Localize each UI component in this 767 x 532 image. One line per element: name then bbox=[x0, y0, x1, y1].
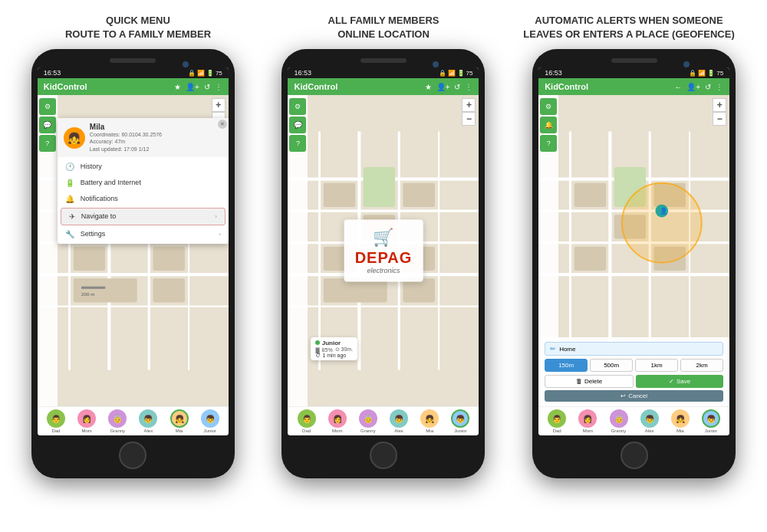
geo-save-btn[interactable]: ✓ Save bbox=[636, 375, 723, 388]
refresh-icon-3[interactable]: ↺ bbox=[705, 83, 711, 91]
phone-1-home-btn[interactable] bbox=[119, 442, 146, 469]
svg-rect-30 bbox=[364, 167, 396, 207]
undo-icon: ↩ bbox=[621, 392, 626, 399]
geo-cancel-btn[interactable]: ↩ Cancel bbox=[545, 390, 723, 402]
caption-1: QUICK MENU ROUTE TO A FAMILY MEMBER bbox=[23, 14, 253, 41]
close-popup-btn[interactable]: ✕ bbox=[218, 120, 227, 129]
avatar-mia[interactable]: 👧 Mia bbox=[170, 409, 189, 433]
avatar-dad-3[interactable]: 👨 Dad bbox=[548, 409, 566, 433]
avatar-mia-3[interactable]: 👧 Mia bbox=[671, 409, 690, 433]
chat-sidebar-icon-2[interactable]: 💬 bbox=[289, 117, 306, 133]
zoom-out-btn-2[interactable]: − bbox=[462, 112, 476, 126]
check-icon: ✓ bbox=[669, 378, 674, 385]
svg-rect-36 bbox=[324, 279, 387, 303]
settings-sidebar-icon-3[interactable]: ⚙ bbox=[540, 98, 557, 115]
back-icon-3[interactable]: ← bbox=[674, 83, 682, 91]
phone-2-speaker bbox=[360, 58, 407, 63]
menu-notifications[interactable]: 🔔 Notifications bbox=[58, 191, 229, 207]
geo-delete-btn[interactable]: 🗑 Delete bbox=[545, 375, 634, 388]
bell-sidebar-icon-3[interactable]: 🔔 bbox=[540, 117, 557, 133]
zoom-out-btn-3[interactable]: − bbox=[713, 112, 726, 126]
app-bar-icons-2: ★ 👤+ ↺ ⋮ bbox=[425, 83, 473, 91]
settings-sidebar-icon-2[interactable]: ⚙ bbox=[289, 98, 306, 115]
menu-history[interactable]: 🕐 History bbox=[58, 159, 229, 175]
avatar-mom-3[interactable]: 👩 Mom bbox=[578, 409, 597, 433]
phone-2-camera bbox=[433, 61, 439, 67]
dist-500m-btn[interactable]: 500m bbox=[590, 359, 633, 372]
dist-1km-btn[interactable]: 1km bbox=[635, 359, 678, 372]
wrench-icon: 🔧 bbox=[65, 230, 74, 238]
avatar-junior[interactable]: 👦 Junior bbox=[201, 409, 219, 433]
settings-arrow: › bbox=[219, 231, 221, 238]
user-header-1: 👧 Mila Coordinates: 60.0104.30.2576 Accu… bbox=[58, 118, 229, 156]
avatar-dad-2[interactable]: 👨 Dad bbox=[298, 409, 316, 433]
avatar-junior-2[interactable]: 👦 Junior bbox=[451, 409, 469, 433]
chat-sidebar-icon[interactable]: 💬 bbox=[39, 117, 56, 133]
map-area-3: 👤 ⚙ 🔔 ? + − ✏ Home bbox=[538, 95, 729, 406]
svg-rect-31 bbox=[324, 183, 356, 207]
menu-navigate[interactable]: ✈ Navigate to › bbox=[61, 208, 225, 225]
more-icon-2[interactable]: ⋮ bbox=[465, 83, 472, 91]
map-area-1: 200 m ⚙ 💬 ? + − 👧 bbox=[38, 95, 229, 406]
avatar-alex[interactable]: 👦 Alex bbox=[139, 409, 157, 433]
dist-150m-btn[interactable]: 150m bbox=[545, 359, 588, 372]
avatar-alex-3[interactable]: 👦 Alex bbox=[640, 409, 659, 433]
svg-text:👤: 👤 bbox=[660, 208, 668, 216]
app-bar-icons-1: ★ 👤+ ↺ ⋮ bbox=[174, 83, 222, 91]
app-bar-1: KidControl ★ 👤+ ↺ ⋮ bbox=[38, 78, 229, 95]
phone-3-camera bbox=[683, 61, 690, 67]
phone-camera bbox=[183, 61, 189, 67]
caption-3: AUTOMATIC ALERTS WHEN SOMEONE LEAVES OR … bbox=[514, 14, 744, 41]
more-icon-3[interactable]: ⋮ bbox=[716, 83, 723, 91]
more-icon[interactable]: ⋮ bbox=[215, 83, 222, 91]
avatar-granny-2[interactable]: 👵 Granny bbox=[359, 409, 377, 433]
avatar-granny-3[interactable]: 👵 Granny bbox=[610, 409, 628, 433]
question-sidebar-icon-3[interactable]: ? bbox=[540, 135, 557, 152]
status-icons-3: 🔒 📶 🔋 75 bbox=[689, 70, 723, 77]
refresh-icon-2[interactable]: ↺ bbox=[454, 83, 460, 91]
star-icon-2[interactable]: ★ bbox=[425, 83, 432, 91]
map-sidebar-2: ⚙ 💬 ? bbox=[288, 95, 308, 406]
phone-2-home-btn[interactable] bbox=[370, 442, 397, 469]
status-bar-1: 16:53 🔒 📶 🔋 75 bbox=[38, 67, 229, 78]
phone-speaker bbox=[110, 58, 156, 63]
phone-3-speaker bbox=[611, 58, 657, 63]
svg-rect-37 bbox=[403, 279, 436, 303]
question-sidebar-icon[interactable]: ? bbox=[39, 135, 56, 152]
add-person-icon-2[interactable]: 👤+ bbox=[436, 83, 450, 91]
avatar-mia-2[interactable]: 👧 Mia bbox=[420, 409, 439, 433]
depag-cart-icon: 🛒 bbox=[355, 228, 413, 248]
avatar-mom-2[interactable]: 👩 Mom bbox=[328, 409, 347, 433]
user-info-1: Mila Coordinates: 60.0104.30.2576 Accura… bbox=[90, 123, 222, 152]
geo-distance-row: 150m 500m 1km 2km bbox=[545, 359, 723, 372]
svg-point-53 bbox=[622, 183, 702, 263]
zoom-in-btn-3[interactable]: + bbox=[713, 98, 726, 112]
trash-icon: 🗑 bbox=[576, 378, 582, 385]
svg-rect-48 bbox=[574, 183, 607, 207]
phone-3-home-btn[interactable] bbox=[621, 442, 648, 469]
map-controls-3: + − bbox=[713, 98, 726, 126]
svg-rect-17 bbox=[153, 279, 185, 303]
question-sidebar-icon-2[interactable]: ? bbox=[289, 135, 306, 152]
avatar-alex-2[interactable]: 👦 Alex bbox=[390, 409, 408, 433]
menu-battery[interactable]: 🔋 Battery and Internet bbox=[58, 175, 229, 191]
dist-2km-btn[interactable]: 2km bbox=[680, 359, 723, 372]
avatar-junior-3[interactable]: 👦 Junior bbox=[702, 409, 720, 433]
refresh-icon[interactable]: ↺ bbox=[204, 83, 210, 91]
navigate-icon: ✈ bbox=[69, 212, 75, 221]
zoom-in-btn-2[interactable]: + bbox=[462, 98, 476, 112]
svg-text:200 m: 200 m bbox=[81, 292, 94, 297]
zoom-in-btn[interactable]: + bbox=[212, 98, 225, 112]
add-person-icon[interactable]: 👤+ bbox=[186, 83, 199, 91]
avatar-dad[interactable]: 👨 Dad bbox=[47, 409, 65, 433]
settings-sidebar-icon[interactable]: ⚙ bbox=[39, 98, 56, 115]
add-person-icon-3[interactable]: 👤+ bbox=[686, 83, 700, 91]
depag-overlay: 🛒 DEPAG electronics bbox=[344, 220, 423, 282]
star-icon[interactable]: ★ bbox=[174, 83, 181, 91]
avatar-granny[interactable]: 👵 Granny bbox=[108, 409, 127, 433]
map-controls-2: + − bbox=[462, 98, 476, 126]
menu-settings[interactable]: 🔧 Settings › bbox=[58, 226, 229, 242]
geo-home-input[interactable]: ✏ Home bbox=[545, 342, 723, 356]
avatar-mom[interactable]: 👩 Mom bbox=[77, 409, 96, 433]
phones-row: 16:53 🔒 📶 🔋 75 KidControl ★ 👤+ ↺ ⋮ bbox=[0, 49, 767, 478]
